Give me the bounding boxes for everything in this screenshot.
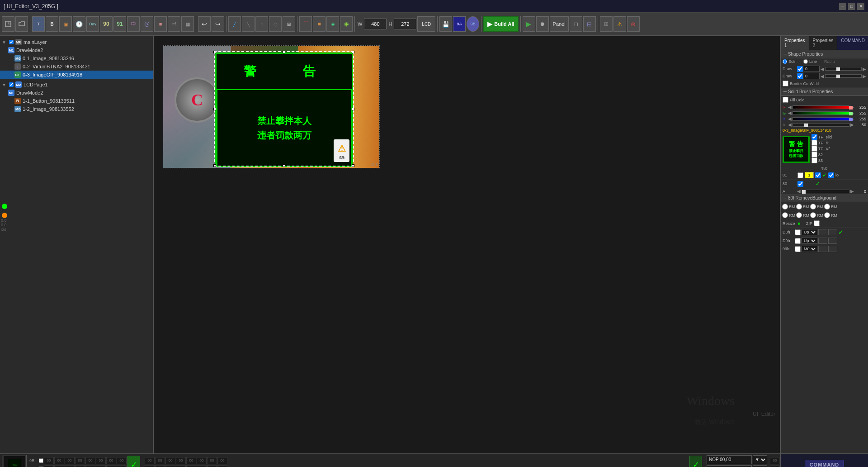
- open-button[interactable]: [15, 16, 28, 32]
- r-left-arrow[interactable]: ◀: [788, 105, 792, 110]
- nrf-0[interactable]: 00: [770, 457, 780, 464]
- frame-9r-5[interactable]: 00: [96, 457, 106, 464]
- rf-2[interactable]: 00: [165, 457, 175, 464]
- h99-check[interactable]: [795, 246, 801, 252]
- 9r-check[interactable]: [39, 458, 43, 463]
- build-all-button[interactable]: ▶ Build All: [483, 16, 518, 32]
- d9h-check[interactable]: [795, 238, 801, 244]
- draw-input-2[interactable]: [804, 73, 820, 79]
- left-arrow-1[interactable]: ◀: [821, 67, 824, 71]
- frame-9c-2[interactable]: 00: [65, 465, 75, 467]
- settings-button[interactable]: ⊟: [583, 16, 596, 32]
- g-slider[interactable]: [793, 111, 849, 115]
- m0-visibility-check[interactable]: [9, 40, 14, 44]
- rm8-radio[interactable]: [824, 212, 830, 218]
- num-input-81[interactable]: [805, 172, 814, 178]
- check-80[interactable]: [797, 181, 803, 187]
- shape2-tool[interactable]: ◉: [340, 16, 353, 32]
- m2-visibility-check[interactable]: [9, 82, 14, 87]
- rm6-radio[interactable]: [796, 212, 802, 218]
- num-tool[interactable]: 90: [100, 16, 113, 32]
- rm4-radio[interactable]: [824, 204, 830, 210]
- warning-button[interactable]: ⚠: [613, 16, 626, 32]
- right-arrow-2[interactable]: ▶: [863, 74, 866, 79]
- rm5-radio[interactable]: [782, 212, 788, 218]
- at-tool[interactable]: @: [141, 16, 153, 32]
- save-project-btn[interactable]: 💾: [439, 16, 452, 32]
- draw-input-1[interactable]: [804, 66, 820, 72]
- a-slider[interactable]: [793, 123, 849, 127]
- canvas-area[interactable]: C 警 告 禁止攀拌本人 违者罚款两万 ⚠: [154, 36, 780, 453]
- a-left-arrow[interactable]: ◀: [788, 122, 792, 127]
- grid2-button[interactable]: ⊞: [600, 16, 613, 32]
- draw-tool-1[interactable]: ╱: [228, 16, 241, 32]
- a2-slider[interactable]: [802, 190, 849, 193]
- frame-9c-5[interactable]: 00: [96, 465, 106, 467]
- rm3-radio[interactable]: [810, 204, 816, 210]
- tp-slid-check[interactable]: [811, 134, 817, 140]
- rf-1[interactable]: 00: [155, 457, 165, 464]
- frame-9c-6[interactable]: 00: [106, 465, 116, 467]
- tp-v-check[interactable]: [811, 146, 817, 152]
- clock-tool[interactable]: 🕐: [73, 16, 85, 32]
- tp-r-check[interactable]: [811, 140, 817, 146]
- num2-tool[interactable]: 91: [113, 16, 126, 32]
- expand-button[interactable]: □: [570, 16, 582, 32]
- layer-vbtna-0-2[interactable]: ↓ 0-2_VirtualBTNA2_908133431: [0, 62, 153, 71]
- a2-right-arrow[interactable]: ▶: [850, 189, 854, 194]
- nop1-input[interactable]: [707, 455, 752, 464]
- rf-7[interactable]: 00: [217, 457, 227, 464]
- rf-4[interactable]: 00: [186, 457, 196, 464]
- right-arrow-1[interactable]: ▶: [863, 67, 866, 71]
- soli-radio[interactable]: [783, 59, 787, 64]
- slider-track-2[interactable]: [825, 74, 862, 78]
- val83-check[interactable]: [811, 157, 817, 163]
- lcd-button[interactable]: LCD: [417, 16, 435, 32]
- line-radio[interactable]: [803, 59, 808, 64]
- maximize-button[interactable]: □: [848, 3, 855, 10]
- badge-9a-btn[interactable]: 9A: [453, 16, 466, 32]
- curve-tool[interactable]: ⌒: [299, 16, 312, 32]
- left-arrow-2[interactable]: ◀: [821, 74, 824, 79]
- frame-9c-1[interactable]: 00: [54, 465, 64, 467]
- right-confirm-button[interactable]: ✓: [689, 456, 702, 467]
- rm7-radio[interactable]: [810, 212, 816, 218]
- tab-properties2[interactable]: Properties 2: [809, 36, 838, 50]
- layer-gif-0-3[interactable]: GIF 0-3_ImageGIF_908134918: [0, 71, 153, 79]
- frame-9r-2[interactable]: 00: [65, 457, 75, 464]
- rm2-radio[interactable]: [796, 204, 802, 210]
- badge-9b-btn[interactable]: 9B: [467, 16, 479, 32]
- rf2-3[interactable]: 00: [176, 465, 186, 467]
- a2-left-arrow[interactable]: ◀: [797, 189, 801, 194]
- frame-9c-4[interactable]: 00: [85, 465, 95, 467]
- draw-tool-4[interactable]: ◌: [269, 16, 282, 32]
- rf-3[interactable]: 00: [176, 457, 186, 464]
- rf2-4[interactable]: 00: [186, 465, 196, 467]
- warning-overlay[interactable]: 警 告 禁止攀拌本人 违者罚款两万 ⚠ 危险: [215, 52, 353, 166]
- nop1-select[interactable]: ▼: [753, 455, 767, 464]
- draw-check-1[interactable]: [797, 66, 803, 72]
- layer-image-0-1[interactable]: IMG 0-1_Image_908133246: [0, 54, 153, 62]
- shape-tool[interactable]: ◈: [326, 16, 339, 32]
- frame-confirm-button[interactable]: ✓: [127, 456, 140, 467]
- draw-tool-2[interactable]: ╲: [242, 16, 255, 32]
- cross-button[interactable]: ⊗: [627, 16, 640, 32]
- h99-select[interactable]: M0: [802, 246, 817, 252]
- width-input[interactable]: [364, 19, 387, 29]
- icon-tool-1[interactable]: ▣: [59, 16, 72, 32]
- nrf2-0[interactable]: 00: [770, 465, 780, 467]
- frame-9r-3[interactable]: 00: [75, 457, 85, 464]
- layer-button-1-1[interactable]: B 1-1_Button_908133511: [0, 97, 153, 105]
- layer-m2[interactable]: ▼ M2 LCDPage1: [0, 81, 153, 89]
- rf2-2[interactable]: 00: [165, 465, 175, 467]
- height-input[interactable]: [394, 19, 416, 29]
- d8h-check[interactable]: [795, 229, 801, 235]
- window-controls[interactable]: ─ □ ✕: [839, 3, 864, 10]
- undo-button[interactable]: ↩: [198, 16, 211, 32]
- draw-tool-3[interactable]: ○: [255, 16, 268, 32]
- bold-tool[interactable]: B: [46, 16, 58, 32]
- close-button[interactable]: ✕: [857, 3, 864, 10]
- ui-canvas[interactable]: C 警 告 禁止攀拌本人 违者罚款两万 ⚠: [163, 45, 380, 168]
- b-left-arrow[interactable]: ◀: [788, 116, 792, 121]
- check-lo[interactable]: [828, 172, 834, 178]
